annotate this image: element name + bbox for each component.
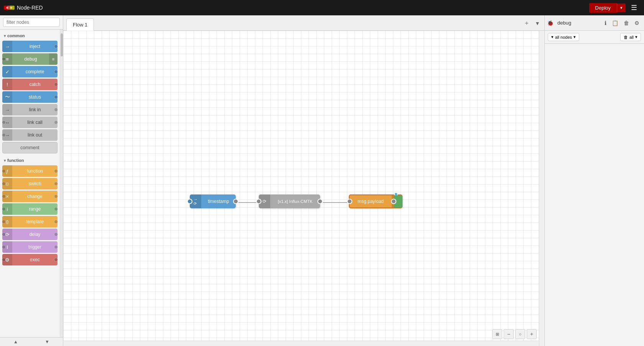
link-in-right-port [54, 108, 58, 112]
palette-node-delay[interactable]: ⟳ delay [2, 229, 58, 240]
trigger-left-port [2, 245, 6, 249]
section-header-common[interactable]: ▾ common [2, 31, 58, 40]
palette-scroll-controls: ▲ ▼ [0, 337, 63, 346]
flow-tab-1[interactable]: Flow 1 [66, 18, 94, 31]
filter-icon: ▾ [551, 35, 554, 40]
add-tab-button[interactable]: ＋ [521, 18, 532, 28]
palette-node-template[interactable]: {} template [2, 216, 58, 227]
timestamp-label: timestamp [201, 199, 236, 204]
menu-button[interactable]: ☰ [628, 2, 640, 13]
palette-node-link-out[interactable]: → link out [2, 129, 58, 141]
deploy-button[interactable]: Deploy [589, 3, 617, 13]
influx-output-port [317, 199, 323, 204]
header: Node-RED Deploy ▾ ☰ [0, 0, 644, 15]
zoom-in-button[interactable]: ＋ [527, 329, 537, 339]
function-right-port [54, 169, 58, 173]
palette-node-switch[interactable]: ⟨⟩ switch [2, 178, 58, 189]
node-red-logo-icon [4, 4, 15, 11]
debug-settings-button[interactable]: ⚙ [632, 18, 642, 28]
link-out-label: link out [12, 132, 58, 138]
node-palette: ▾ common → inject ≡ debug ≡ [0, 15, 63, 346]
delay-right-port [54, 232, 58, 236]
clear-dropdown-icon: ▾ [635, 35, 637, 40]
zoom-reset-button[interactable]: ○ [515, 329, 525, 339]
tab-menu-button[interactable]: ▾ [534, 18, 541, 28]
catch-label: catch [12, 82, 58, 87]
section-arrow-common: ▾ [4, 34, 6, 38]
function-left-port [2, 169, 6, 173]
zoom-fit-button[interactable]: ⊞ [492, 329, 502, 339]
app-title: Node-RED [17, 5, 43, 11]
canvas-node-timestamp[interactable]: →⟳ timestamp [190, 194, 236, 208]
palette-scrollbar[interactable] [60, 30, 63, 337]
inject-right-port [54, 44, 58, 48]
canvas-area: Flow 1 ＋ ▾ →⟳ timestamp [63, 15, 544, 346]
palette-node-debug[interactable]: ≡ debug ≡ [2, 53, 58, 65]
app-logo: Node-RED [4, 4, 43, 11]
msgpayload-input-port [347, 199, 352, 204]
timestamp-output-port [233, 199, 238, 204]
filter-nodes-button[interactable]: ▾ all nodes ▾ [548, 33, 579, 41]
delay-label: delay [12, 232, 58, 237]
palette-node-comment[interactable]: comment [2, 142, 58, 153]
complete-label: complete [12, 69, 58, 74]
palette-node-complete[interactable]: ✓ complete [2, 66, 58, 77]
catch-right-port [54, 82, 58, 86]
flow-canvas[interactable]: →⟳ timestamp ⟳ [v1.x] Influx-CMTK msg.pa… [63, 31, 544, 346]
complete-right-port [54, 70, 58, 74]
switch-right-port [54, 182, 58, 186]
range-label: range [12, 206, 58, 212]
canvas-connectors [63, 31, 544, 346]
palette-search-input[interactable] [3, 18, 60, 27]
filter-dropdown-icon: ▾ [573, 35, 576, 40]
palette-node-catch[interactable]: ! catch [2, 79, 58, 90]
debug-tab-icon: 🐞 [547, 20, 554, 26]
palette-node-link-in[interactable]: → link in [2, 104, 58, 115]
debug-messages-area [545, 44, 644, 346]
palette-scroll-down[interactable]: ▼ [31, 338, 63, 346]
palette-node-link-call[interactable]: ↔ link call [2, 117, 58, 128]
palette-node-exec[interactable]: ⚙ exec [2, 254, 58, 265]
template-label: template [12, 219, 58, 224]
debug-toolbar: ▾ all nodes ▾ 🗑 all ▾ [545, 31, 644, 44]
section-label-function: function [7, 158, 24, 163]
palette-node-inject[interactable]: → inject [2, 41, 58, 52]
canvas-node-msgpayload[interactable]: msg.payload ≡ [349, 194, 402, 208]
range-left-port [2, 207, 6, 211]
catch-icon: ! [2, 79, 12, 90]
palette-scroll-up[interactable]: ▲ [0, 338, 31, 346]
zoom-out-button[interactable]: − [504, 329, 514, 339]
debug-delete-button[interactable]: 🗑 [621, 18, 631, 28]
trigger-right-port [54, 245, 58, 249]
deploy-dropdown-button[interactable]: ▾ [617, 3, 626, 12]
range-right-port [54, 207, 58, 211]
svg-point-4 [10, 7, 12, 8]
clear-label: all [629, 35, 634, 40]
change-left-port [2, 194, 6, 198]
tab-bar-actions: ＋ ▾ [521, 18, 541, 28]
inject-icon: → [2, 41, 12, 52]
canvas-scrollbar-bottom[interactable] [63, 341, 539, 346]
canvas-scrollbar-right[interactable] [539, 31, 544, 346]
debug-copy-button[interactable]: 📋 [610, 18, 621, 28]
link-call-left-port [2, 120, 6, 124]
palette-node-range[interactable]: i range [2, 203, 58, 215]
palette-node-function[interactable]: ƒ function [2, 165, 58, 177]
palette-node-status[interactable]: 〜 status [2, 91, 58, 103]
delay-left-port [2, 232, 6, 236]
msgpayload-label: msg.payload [350, 199, 392, 204]
timestamp-input-port [187, 199, 192, 204]
complete-icon: ✓ [2, 66, 12, 77]
section-header-function[interactable]: ▾ function [2, 156, 58, 164]
link-out-left-port [2, 133, 6, 137]
influx-input-port [256, 199, 261, 204]
filter-label: all nodes [555, 35, 572, 40]
debug-tab-label[interactable]: debug [554, 20, 574, 26]
exec-label: exec [12, 257, 58, 262]
debug-info-button[interactable]: ℹ [602, 18, 609, 28]
palette-node-trigger[interactable]: I trigger [2, 241, 58, 253]
change-right-port [54, 194, 58, 198]
palette-node-change[interactable]: ✕ change [2, 191, 58, 202]
clear-all-button[interactable]: 🗑 all ▾ [620, 33, 641, 41]
canvas-node-influx[interactable]: ⟳ [v1.x] Influx-CMTK [259, 194, 320, 208]
